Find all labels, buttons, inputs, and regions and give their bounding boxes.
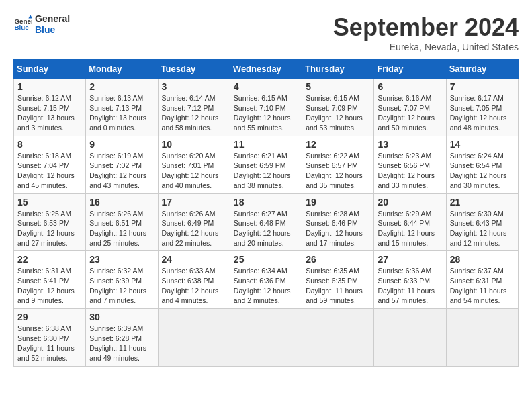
calendar-cell: 5Sunrise: 6:15 AMSunset: 7:09 PMDaylight…	[302, 79, 374, 136]
calendar-cell: 30Sunrise: 6:39 AMSunset: 6:28 PMDayligh…	[86, 309, 158, 367]
calendar-cell: 20Sunrise: 6:29 AMSunset: 6:44 PMDayligh…	[374, 193, 446, 251]
calendar-cell	[374, 309, 446, 367]
day-info: Sunrise: 6:15 AMSunset: 7:09 PMDaylight:…	[306, 93, 370, 133]
page-header: General Blue General Blue September 2024…	[13, 13, 519, 52]
day-info: Sunrise: 6:19 AMSunset: 7:02 PMDaylight:…	[89, 151, 154, 191]
calendar-cell: 6Sunrise: 6:16 AMSunset: 7:07 PMDaylight…	[374, 79, 446, 136]
logo-line1: General	[35, 13, 70, 24]
day-info: Sunrise: 6:16 AMSunset: 7:07 PMDaylight:…	[378, 93, 442, 133]
day-number: 20	[378, 197, 442, 208]
calendar-cell: 26Sunrise: 6:35 AMSunset: 6:35 PMDayligh…	[302, 251, 374, 309]
day-number: 28	[450, 254, 515, 265]
calendar-cell	[158, 309, 230, 367]
weekday-header-monday: Monday	[86, 60, 158, 79]
day-info: Sunrise: 6:21 AMSunset: 6:59 PMDaylight:…	[234, 151, 298, 191]
day-info: Sunrise: 6:15 AMSunset: 7:10 PMDaylight:…	[234, 93, 298, 133]
day-info: Sunrise: 6:17 AMSunset: 7:05 PMDaylight:…	[450, 93, 515, 133]
day-info: Sunrise: 6:33 AMSunset: 6:38 PMDaylight:…	[162, 266, 226, 306]
calendar-week-row: 8Sunrise: 6:18 AMSunset: 7:04 PMDaylight…	[14, 136, 519, 193]
calendar-cell: 2Sunrise: 6:13 AMSunset: 7:13 PMDaylight…	[86, 79, 158, 136]
calendar-cell: 13Sunrise: 6:23 AMSunset: 6:56 PMDayligh…	[374, 136, 446, 193]
day-info: Sunrise: 6:37 AMSunset: 6:31 PMDaylight:…	[450, 266, 515, 306]
calendar-cell: 25Sunrise: 6:34 AMSunset: 6:36 PMDayligh…	[230, 251, 302, 309]
day-number: 18	[234, 197, 298, 208]
page-subtitle: Eureka, Nevada, United States	[333, 42, 519, 52]
calendar-cell	[446, 309, 518, 367]
day-info: Sunrise: 6:23 AMSunset: 6:56 PMDaylight:…	[378, 151, 442, 191]
calendar-cell: 27Sunrise: 6:36 AMSunset: 6:33 PMDayligh…	[374, 251, 446, 309]
weekday-header-row: SundayMondayTuesdayWednesdayThursdayFrid…	[14, 60, 519, 79]
day-number: 10	[162, 139, 226, 150]
day-info: Sunrise: 6:35 AMSunset: 6:35 PMDaylight:…	[306, 266, 370, 306]
calendar-cell	[230, 309, 302, 367]
day-number: 8	[17, 139, 82, 150]
calendar-cell: 29Sunrise: 6:38 AMSunset: 6:30 PMDayligh…	[14, 309, 86, 367]
day-info: Sunrise: 6:36 AMSunset: 6:33 PMDaylight:…	[378, 266, 442, 306]
calendar-cell: 22Sunrise: 6:31 AMSunset: 6:41 PMDayligh…	[14, 251, 86, 309]
day-number: 12	[306, 139, 370, 150]
calendar-week-row: 1Sunrise: 6:12 AMSunset: 7:15 PMDaylight…	[14, 79, 519, 136]
day-info: Sunrise: 6:20 AMSunset: 7:01 PMDaylight:…	[162, 151, 226, 191]
day-number: 6	[378, 81, 442, 92]
calendar-cell: 28Sunrise: 6:37 AMSunset: 6:31 PMDayligh…	[446, 251, 518, 309]
day-number: 22	[17, 254, 82, 265]
day-number: 19	[306, 197, 370, 208]
calendar-cell: 16Sunrise: 6:26 AMSunset: 6:51 PMDayligh…	[86, 193, 158, 251]
calendar-cell: 24Sunrise: 6:33 AMSunset: 6:38 PMDayligh…	[158, 251, 230, 309]
weekday-header-saturday: Saturday	[446, 60, 518, 79]
day-number: 14	[450, 139, 515, 150]
day-number: 24	[162, 254, 226, 265]
day-info: Sunrise: 6:26 AMSunset: 6:51 PMDaylight:…	[89, 209, 154, 248]
day-number: 27	[378, 254, 442, 265]
calendar-cell: 18Sunrise: 6:27 AMSunset: 6:48 PMDayligh…	[230, 193, 302, 251]
calendar-cell: 7Sunrise: 6:17 AMSunset: 7:05 PMDaylight…	[446, 79, 518, 136]
calendar-week-row: 29Sunrise: 6:38 AMSunset: 6:30 PMDayligh…	[14, 309, 519, 367]
calendar-week-row: 22Sunrise: 6:31 AMSunset: 6:41 PMDayligh…	[14, 251, 519, 309]
day-number: 29	[17, 312, 82, 322]
calendar-cell: 8Sunrise: 6:18 AMSunset: 7:04 PMDaylight…	[14, 136, 86, 193]
day-info: Sunrise: 6:22 AMSunset: 6:57 PMDaylight:…	[306, 151, 370, 191]
svg-marker-2	[28, 15, 32, 19]
calendar-body: 1Sunrise: 6:12 AMSunset: 7:15 PMDaylight…	[14, 79, 519, 367]
calendar-table: SundayMondayTuesdayWednesdayThursdayFrid…	[13, 59, 519, 367]
weekday-header-friday: Friday	[374, 60, 446, 79]
title-area: September 2024 Eureka, Nevada, United St…	[333, 13, 519, 52]
calendar-cell: 23Sunrise: 6:32 AMSunset: 6:39 PMDayligh…	[86, 251, 158, 309]
day-number: 7	[450, 81, 515, 92]
day-info: Sunrise: 6:29 AMSunset: 6:44 PMDaylight:…	[378, 209, 442, 248]
calendar-cell: 11Sunrise: 6:21 AMSunset: 6:59 PMDayligh…	[230, 136, 302, 193]
calendar-cell: 14Sunrise: 6:24 AMSunset: 6:54 PMDayligh…	[446, 136, 518, 193]
logo-icon: General Blue	[13, 15, 32, 34]
calendar-cell: 17Sunrise: 6:26 AMSunset: 6:49 PMDayligh…	[158, 193, 230, 251]
calendar-cell: 1Sunrise: 6:12 AMSunset: 7:15 PMDaylight…	[14, 79, 86, 136]
svg-text:Blue: Blue	[14, 24, 29, 31]
day-info: Sunrise: 6:34 AMSunset: 6:36 PMDaylight:…	[234, 266, 298, 306]
day-info: Sunrise: 6:18 AMSunset: 7:04 PMDaylight:…	[17, 151, 82, 191]
day-number: 26	[306, 254, 370, 265]
day-info: Sunrise: 6:27 AMSunset: 6:48 PMDaylight:…	[234, 209, 298, 248]
day-number: 2	[89, 81, 154, 92]
day-number: 30	[89, 312, 154, 322]
calendar-cell: 3Sunrise: 6:14 AMSunset: 7:12 PMDaylight…	[158, 79, 230, 136]
day-info: Sunrise: 6:13 AMSunset: 7:13 PMDaylight:…	[89, 93, 154, 133]
day-number: 5	[306, 81, 370, 92]
weekday-header-sunday: Sunday	[14, 60, 86, 79]
weekday-header-thursday: Thursday	[302, 60, 374, 79]
day-info: Sunrise: 6:26 AMSunset: 6:49 PMDaylight:…	[162, 209, 226, 248]
calendar-cell	[302, 309, 374, 367]
calendar-cell: 10Sunrise: 6:20 AMSunset: 7:01 PMDayligh…	[158, 136, 230, 193]
day-number: 15	[17, 197, 82, 208]
calendar-cell: 9Sunrise: 6:19 AMSunset: 7:02 PMDaylight…	[86, 136, 158, 193]
logo-line2: Blue	[35, 24, 70, 35]
weekday-header-wednesday: Wednesday	[230, 60, 302, 79]
logo: General Blue General Blue	[13, 13, 70, 35]
day-number: 23	[89, 254, 154, 265]
day-info: Sunrise: 6:32 AMSunset: 6:39 PMDaylight:…	[89, 266, 154, 306]
day-number: 9	[89, 139, 154, 150]
calendar-week-row: 15Sunrise: 6:25 AMSunset: 6:53 PMDayligh…	[14, 193, 519, 251]
day-number: 25	[234, 254, 298, 265]
day-info: Sunrise: 6:39 AMSunset: 6:28 PMDaylight:…	[89, 324, 154, 363]
day-info: Sunrise: 6:25 AMSunset: 6:53 PMDaylight:…	[17, 209, 82, 248]
day-info: Sunrise: 6:14 AMSunset: 7:12 PMDaylight:…	[162, 93, 226, 133]
day-number: 11	[234, 139, 298, 150]
